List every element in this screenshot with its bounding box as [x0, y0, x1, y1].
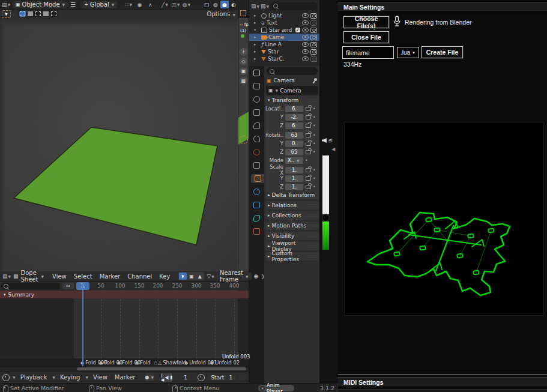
select-extend-icon[interactable]: [27, 11, 34, 17]
animate-dot-icon[interactable]: •: [313, 167, 316, 173]
section-collections[interactable]: ▸Collections::::: [265, 211, 319, 220]
transform-panel-header[interactable]: ▾ Transform ::::: [265, 96, 319, 104]
display-mode-icon[interactable]: ▤▼: [251, 2, 259, 10]
location-y-field[interactable]: -2.: [285, 114, 303, 121]
outliner-search[interactable]: [270, 2, 318, 10]
animate-dot-icon[interactable]: •: [313, 106, 316, 112]
anim-player-badge[interactable]: × Anim Player: [258, 385, 294, 391]
outliner-row-collection[interactable]: ▾ Star and C ✓: [249, 26, 319, 34]
outliner-row-text[interactable]: ▸ a Text: [249, 19, 319, 26]
render-visibility-icon[interactable]: [310, 13, 317, 19]
tab-object-data[interactable]: [252, 214, 261, 223]
drag-grip-icon[interactable]: ::::: [309, 203, 316, 208]
menu-keying[interactable]: Keying: [58, 374, 83, 381]
outliner-row-camera[interactable]: ▸ Came: [249, 34, 319, 41]
start-frame-field[interactable]: Start 1: [207, 373, 236, 381]
extension-dropdown[interactable]: .lua ▼: [397, 47, 419, 58]
timeline-marker[interactable]: △: [178, 360, 182, 365]
menu-marker[interactable]: Marker: [97, 273, 123, 280]
shading-material-icon[interactable]: ●: [220, 1, 229, 8]
falloff-curve-icon[interactable]: ∧: [146, 1, 154, 8]
filter-icon[interactable]: ▨▼: [261, 2, 269, 10]
overlays-icon[interactable]: ◍▼: [182, 1, 190, 8]
render-visibility-icon[interactable]: [310, 56, 317, 62]
outliner-row-star[interactable]: ▸ Star: [249, 48, 319, 55]
section-visibility[interactable]: ▸Visibility::::: [265, 232, 319, 240]
animate-dot-icon[interactable]: •: [313, 133, 316, 138]
only-selected-icon[interactable]: [179, 273, 187, 280]
expand-icon[interactable]: ▸: [254, 56, 256, 61]
select-subtract-icon[interactable]: [35, 11, 41, 17]
lock-icon[interactable]: [306, 185, 311, 189]
tab-physics[interactable]: [252, 187, 261, 196]
dope-mode-icon[interactable]: ▦: [13, 273, 19, 280]
location-z-field[interactable]: 6.: [285, 122, 303, 129]
snap-dropdown[interactable]: Nearest Frame ▼: [217, 273, 252, 280]
eye-icon[interactable]: [302, 49, 309, 54]
animate-dot-icon[interactable]: •: [313, 184, 316, 190]
lock-icon[interactable]: [306, 168, 311, 172]
use-preview-range-icon[interactable]: [198, 374, 205, 381]
outliner-row-starc[interactable]: ▸ StarC.: [249, 55, 319, 62]
tab-world[interactable]: [252, 148, 261, 157]
tab-output[interactable]: [252, 108, 261, 117]
drag-grip-icon[interactable]: ::::: [309, 244, 316, 249]
tab-constraints[interactable]: [252, 201, 261, 210]
editor-type-icon[interactable]: ▤▼: [2, 1, 10, 8]
volume-slider-knob[interactable]: [322, 214, 330, 222]
timeline-clock-icon[interactable]: [2, 374, 10, 381]
animate-dot-icon[interactable]: •: [313, 149, 316, 155]
end-frame-field[interactable]: [238, 373, 246, 381]
scale-y-field[interactable]: 1.: [285, 175, 303, 182]
pin-icon[interactable]: [313, 78, 318, 83]
tab-render[interactable]: [252, 95, 261, 104]
render-visibility-icon[interactable]: [310, 42, 317, 47]
drag-grip-icon[interactable]: ::::: [309, 98, 316, 103]
object-name-field[interactable]: ▣ ▼ Camera: [266, 86, 318, 95]
tab-scene[interactable]: [252, 134, 261, 143]
menu-view[interactable]: View: [50, 273, 69, 280]
render-visibility-icon[interactable]: [310, 35, 317, 40]
eye-icon[interactable]: [302, 28, 309, 32]
annotate-pen-icon[interactable]: ╱▼: [160, 1, 169, 8]
tab-texture[interactable]: [252, 227, 261, 236]
panel-collapse-arrow[interactable]: ❯: [261, 274, 265, 279]
main-settings-header[interactable]: Main Settings: [338, 2, 547, 12]
menu-marker[interactable]: Marker: [112, 374, 138, 381]
collapse-icon[interactable]: ▾: [254, 28, 256, 32]
timeline-marker[interactable]: △: [154, 360, 157, 365]
midi-settings-header[interactable]: MIDI Settings: [338, 377, 547, 387]
hidden-channels-icon[interactable]: ▣: [187, 273, 195, 280]
close-icon[interactable]: ×: [260, 386, 265, 391]
lock-icon[interactable]: [306, 133, 311, 137]
shading-wireframe-icon[interactable]: ▢: [202, 1, 211, 8]
select-invert-icon[interactable]: [43, 11, 49, 17]
dope-editor-label[interactable]: Dope Sheet: [21, 270, 38, 283]
current-frame-field[interactable]: 1: [180, 373, 192, 381]
viewport-3d[interactable]: [0, 18, 238, 271]
section-relations[interactable]: ▸Relations::::: [265, 201, 319, 210]
channel-search[interactable]: [1, 283, 60, 289]
summary-channel[interactable]: ▾ Summary: [0, 291, 249, 298]
render-visibility-icon[interactable]: [310, 28, 317, 33]
options-dropdown[interactable]: Options ▼: [207, 11, 235, 17]
rotation-x-field[interactable]: 63: [285, 132, 303, 139]
section-custom-properties[interactable]: ▸Custom Properties::::: [265, 252, 319, 261]
select-intersect-icon[interactable]: [50, 11, 57, 17]
expand-icon[interactable]: ▸: [254, 35, 256, 40]
expand-icon[interactable]: ▸: [254, 49, 256, 54]
editor-selector-icon[interactable]: [252, 68, 261, 77]
expand-icon[interactable]: ▸: [254, 13, 256, 18]
viewport-strip[interactable]: ‹› fps (1) + ◇ ▣ ▦: [238, 0, 249, 271]
green-plane-object[interactable]: [14, 127, 217, 245]
shading-solid-icon[interactable]: ◍: [211, 1, 220, 8]
render-visibility-icon[interactable]: [310, 49, 317, 55]
create-file-button[interactable]: Create File: [422, 46, 463, 58]
animate-dot-icon[interactable]: •: [313, 115, 316, 120]
active-tool-cursor-button[interactable]: [2, 10, 11, 18]
tab-object[interactable]: [251, 174, 264, 183]
rotation-z-field[interactable]: 65: [285, 149, 303, 155]
prev-keyframe-button[interactable]: ◀|: [165, 373, 170, 382]
lock-icon[interactable]: [306, 124, 311, 128]
timeline-marker[interactable]: ◆Fold: [135, 360, 151, 366]
